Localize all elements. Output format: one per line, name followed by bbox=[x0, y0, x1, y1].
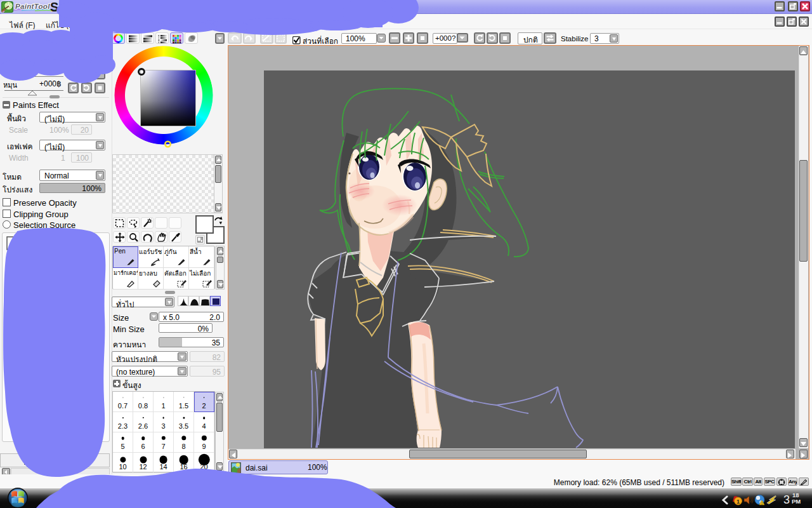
svg-text:PaintTool: PaintTool bbox=[15, 3, 50, 10]
svg-text:!: ! bbox=[761, 502, 763, 505]
svg-text:1: 1 bbox=[737, 498, 740, 505]
svg-text:S: S bbox=[50, 0, 58, 14]
